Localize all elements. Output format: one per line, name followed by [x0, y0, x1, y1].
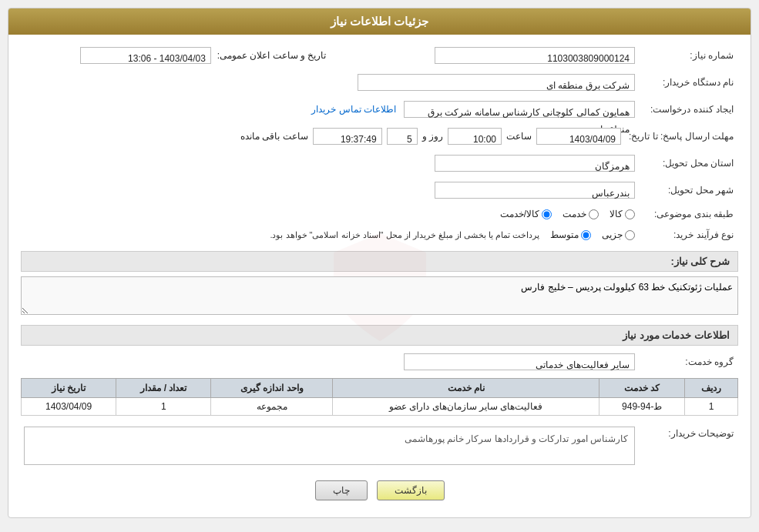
category-goods-service-radio[interactable] — [542, 209, 552, 219]
buyer-notes-label: توضیحات خریدار: — [638, 423, 738, 442]
buyer-notes-section: توضیحات خریدار: کارشناس امور تدارکات و ق… — [21, 423, 738, 468]
reply-remaining-label: ساعت باقی مانده — [240, 131, 308, 142]
row-category: طبقه بندی موضوعی: کالا خدمت — [21, 206, 738, 223]
category-service-label[interactable]: خدمت — [563, 209, 599, 219]
city-value: بندرعباس — [21, 179, 638, 202]
reply-remaining-display: 19:37:49 — [313, 128, 382, 145]
need-desc-section-header: شرح کلی نیاز: — [21, 251, 738, 272]
buyer-notes-content: کارشناس امور تدارکات و قراردادها سرکار خ… — [24, 427, 635, 465]
cell-row: 1 — [685, 398, 738, 416]
col-header-row: ردیف — [685, 379, 738, 398]
province-label: استان محل تحویل: — [638, 155, 738, 172]
purchase-partial-text: جزیی — [602, 229, 623, 240]
category-goods-service-text: کالا/خدمت — [500, 209, 539, 219]
purchase-type-options: جزیی متوسط پرداخت تمام یا بخشی از مبلغ خ… — [24, 229, 635, 240]
row-creator: ایجاد کننده درخواست: همایون کمالی کلوچان… — [21, 98, 738, 121]
row-purchase-type: نوع فرآیند خرید: جزیی متوسط پرداخت تمام … — [21, 226, 738, 243]
cell-count: 1 — [116, 398, 211, 416]
purchase-partial-radio[interactable] — [625, 230, 635, 240]
service-group-value: سایر فعالیت‌های خدماتی — [21, 350, 638, 373]
card-body: شماره نیاز: 1103003809000124 تاریخ و ساع… — [8, 35, 751, 517]
province-value: هرمزگان — [21, 152, 638, 175]
need-number-display: 1103003809000124 — [435, 47, 635, 64]
reply-days-display: 5 — [387, 128, 418, 145]
category-label: طبقه بندی موضوعی: — [638, 206, 738, 223]
purchase-partial-label[interactable]: جزیی — [602, 229, 635, 240]
col-header-unit: واحد اندازه گیری — [211, 379, 333, 398]
contact-link[interactable]: اطلاعات تماس خریدار — [311, 104, 396, 115]
creator-display: همایون کمالی کلوچانی کارشناس سامانه شرکت… — [404, 101, 635, 118]
need-desc-textarea[interactable] — [21, 276, 738, 315]
cell-unit: مجموعه — [211, 398, 333, 416]
purchase-note: پرداخت تمام یا بخشی از مبلغ خریدار از مح… — [270, 230, 539, 240]
cell-date: 1403/04/09 — [22, 398, 116, 416]
city-display: بندرعباس — [435, 182, 635, 199]
services-table-header-row: ردیف کد خدمت نام خدمت واحد اندازه گیری ت… — [22, 379, 738, 398]
service-group-display: سایر فعالیت‌های خدماتی — [404, 353, 635, 370]
print-button[interactable]: چاپ — [315, 480, 368, 500]
row-city: شهر محل تحویل: بندرعباس — [21, 179, 738, 202]
reply-date-display: 1403/04/09 — [536, 128, 621, 145]
category-options: کالا خدمت کالا/خدمت — [24, 209, 635, 219]
need-desc-section: Ana شرح کلی نیاز: — [21, 251, 738, 317]
purchase-type-group: جزیی متوسط پرداخت تمام یا بخشی از مبلغ خ… — [21, 226, 638, 243]
cell-code: ط-94-949 — [599, 398, 685, 416]
buyer-org-value: شرکت برق منطقه ای — [21, 71, 638, 94]
services-table: ردیف کد خدمت نام خدمت واحد اندازه گیری ت… — [21, 378, 738, 416]
row-service-group: گروه خدمت: سایر فعالیت‌های خدماتی — [21, 350, 738, 373]
page-title: جزئیات اطلاعات نیاز — [331, 15, 428, 28]
purchase-medium-radio[interactable] — [581, 230, 591, 240]
category-service-radio[interactable] — [589, 209, 599, 219]
buyer-notes-row: توضیحات خریدار: کارشناس امور تدارکات و ق… — [21, 423, 738, 468]
reply-deadline-group: 1403/04/09 ساعت 10:00 روز و 5 19:37:49 س… — [21, 125, 624, 148]
reply-time-label: ساعت — [506, 131, 532, 142]
category-goods-label[interactable]: کالا — [610, 209, 635, 219]
need-number-value: 1103003809000124 — [327, 44, 639, 67]
services-section-header: اطلاعات خدمات مورد نیاز — [21, 325, 738, 346]
bottom-buttons: بازگشت چاپ — [21, 480, 738, 508]
row-buyer-org: نام دستگاه خریدار: شرکت برق منطقه ای — [21, 71, 738, 94]
need-desc-content — [21, 276, 738, 317]
page-header: جزئیات اطلاعات نیاز — [8, 8, 751, 35]
row-province: استان محل تحویل: هرمزگان — [21, 152, 738, 175]
col-header-name: نام خدمت — [333, 379, 599, 398]
cell-name: فعالیت‌های سایر سازمان‌های دارای عضو — [333, 398, 599, 416]
creator-value-group: همایون کمالی کلوچانی کارشناس سامانه شرکت… — [21, 98, 638, 121]
need-number-label: شماره نیاز: — [638, 47, 738, 64]
col-header-code: کد خدمت — [599, 379, 685, 398]
city-label: شهر محل تحویل: — [638, 182, 738, 199]
col-header-count: تعداد / مقدار — [116, 379, 211, 398]
category-goods-radio[interactable] — [625, 209, 635, 219]
announce-date-value: 1403/04/03 - 13:06 — [80, 47, 211, 64]
reply-time-display: 10:00 — [448, 128, 502, 145]
services-section-label: اطلاعات خدمات مورد نیاز — [623, 330, 730, 341]
row-reply-deadline: مهلت ارسال پاسخ: تا تاریخ: 1403/04/09 سا… — [21, 125, 738, 148]
back-button[interactable]: بازگشت — [377, 480, 445, 500]
purchase-medium-label[interactable]: متوسط — [550, 229, 591, 240]
col-header-date: تاریخ نیاز — [22, 379, 116, 398]
announce-date-label: تاریخ و ساعت اعلان عمومی: — [217, 50, 327, 61]
reply-days-label: روز و — [422, 131, 443, 142]
buyer-notes-value-col: کارشناس امور تدارکات و قراردادها سرکار خ… — [21, 423, 638, 468]
buyer-org-label: نام دستگاه خریدار: — [638, 74, 738, 91]
announce-date-group: تاریخ و ساعت اعلان عمومی: 1403/04/03 - 1… — [21, 47, 327, 64]
need-desc-label: شرح کلی نیاز: — [670, 256, 730, 267]
main-card: جزئیات اطلاعات نیاز شماره نیاز: 11030038… — [8, 8, 751, 518]
reply-deadline-label: مهلت ارسال پاسخ: تا تاریخ: — [624, 128, 738, 145]
page-wrapper: جزئیات اطلاعات نیاز شماره نیاز: 11030038… — [0, 0, 759, 532]
purchase-type-label: نوع فرآیند خرید: — [638, 226, 738, 243]
purchase-medium-text: متوسط — [550, 229, 579, 240]
service-group-label: گروه خدمت: — [638, 353, 738, 370]
category-service-text: خدمت — [563, 209, 586, 219]
category-goods-service-label[interactable]: کالا/خدمت — [500, 209, 552, 219]
table-row: 1 ط-94-949 فعالیت‌های سایر سازمان‌های دا… — [22, 398, 738, 416]
buyer-org-display: شرکت برق منطقه ای — [358, 74, 635, 91]
creator-label: ایجاد کننده درخواست: — [638, 101, 738, 118]
category-goods-text: کالا — [610, 209, 623, 219]
row-need-number: شماره نیاز: 1103003809000124 تاریخ و ساع… — [21, 44, 738, 67]
province-display: هرمزگان — [435, 155, 635, 172]
category-radio-group: کالا خدمت کالا/خدمت — [21, 206, 638, 223]
